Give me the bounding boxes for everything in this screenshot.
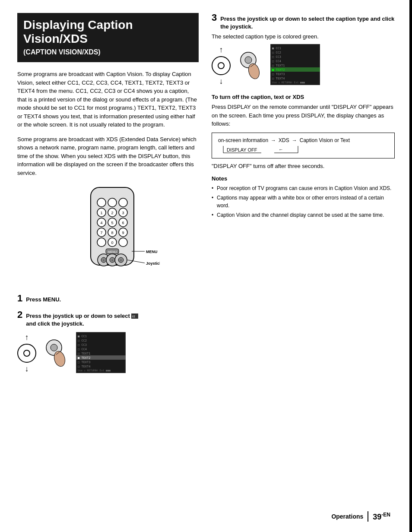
step2-hand bbox=[43, 338, 69, 368]
svg-text:□ TEXT1: □ TEXT1 bbox=[78, 352, 91, 355]
footer-divider bbox=[368, 511, 368, 522]
svg-text:□ TEXT1: □ TEXT1 bbox=[272, 64, 285, 67]
svg-text:←: ← bbox=[279, 147, 283, 152]
svg-text:Use ↕ RETURN© Ext ■■■: Use ↕ RETURN© Ext ■■■ bbox=[78, 369, 111, 372]
footer-operations-label: Operations bbox=[331, 513, 363, 520]
flow-line-2: DISPLAY OFF ← bbox=[218, 145, 388, 154]
step-1: 1 Press MENU. bbox=[17, 294, 199, 304]
svg-text:CC: CC bbox=[132, 315, 136, 318]
step-2: 2 Press the joystick up or down to selec… bbox=[17, 310, 199, 375]
step3-hand bbox=[238, 51, 263, 81]
svg-text:7: 7 bbox=[100, 231, 102, 235]
svg-text:6: 6 bbox=[122, 221, 124, 225]
page-container: Displaying Caption Vision/XDS (CAPTION V… bbox=[0, 0, 412, 532]
note-item-1: Poor reception of TV programs can cause … bbox=[212, 184, 395, 192]
step-1-number: 1 bbox=[17, 294, 22, 303]
hand-svg-2 bbox=[238, 51, 263, 81]
menu-screen-svg-2: ■ CC1 □ CC2 □ CC3 □ CC4 □ TEXT1 ■ TEXT2 … bbox=[270, 44, 320, 85]
svg-point-1 bbox=[97, 198, 106, 207]
svg-text:□ TEXT4: □ TEXT4 bbox=[272, 77, 285, 80]
notes-list: Poor reception of TV programs can cause … bbox=[212, 184, 395, 219]
turn-off-section: To turn off the caption, text or XDS Pre… bbox=[212, 94, 395, 219]
hand-svg-1 bbox=[43, 338, 69, 368]
svg-text:□ CC3: □ CC3 bbox=[78, 343, 87, 347]
svg-point-22 bbox=[97, 238, 106, 247]
svg-text:Use ↕ RETURN© Ext ■■■: Use ↕ RETURN© Ext ■■■ bbox=[272, 81, 305, 84]
joystick-circle-2 bbox=[212, 56, 231, 75]
up-arrow-icon: ↑ bbox=[25, 333, 29, 342]
right-column: 3 Press the joystick up or down to selec… bbox=[212, 13, 395, 381]
remote-diagram: 1 2 3 4 5 6 7 8 bbox=[26, 183, 199, 287]
svg-point-59 bbox=[245, 57, 252, 63]
svg-text:□ TEXT4: □ TEXT4 bbox=[78, 365, 91, 368]
svg-text:Joystick: Joystick bbox=[146, 261, 160, 266]
svg-text:0: 0 bbox=[111, 241, 113, 245]
page-footer: Operations 39-EN bbox=[331, 511, 390, 522]
down-arrow-2-icon: ↓ bbox=[219, 77, 223, 86]
step3-images: ↑ ↓ bbox=[212, 44, 395, 87]
joystick-inner-2 bbox=[218, 62, 225, 69]
svg-text:2: 2 bbox=[111, 211, 113, 215]
svg-text:8: 8 bbox=[111, 231, 113, 235]
flow-bracket-svg: DISPLAY OFF ← bbox=[222, 145, 300, 154]
svg-text:MENU: MENU bbox=[146, 250, 158, 254]
step-3-note: The selected caption type is colored gre… bbox=[212, 33, 395, 40]
svg-text:+: + bbox=[103, 258, 105, 262]
remote-svg: 1 2 3 4 5 6 7 8 bbox=[65, 183, 160, 287]
turn-off-para: Press DISPLAY on the remote commander un… bbox=[212, 103, 395, 128]
page-subtitle: (CAPTION VISION/XDS) bbox=[23, 48, 193, 56]
svg-text:1: 1 bbox=[100, 211, 102, 215]
notes-section: Notes Poor reception of TV programs can … bbox=[212, 175, 395, 219]
svg-text:□ TEXT3: □ TEXT3 bbox=[78, 361, 91, 364]
arrow-right-1-icon: → bbox=[271, 137, 276, 143]
turn-off-title: To turn off the caption, text or XDS bbox=[212, 94, 395, 100]
step-3: 3 Press the joystick up or down to selec… bbox=[212, 13, 395, 87]
notes-title: Notes bbox=[212, 175, 395, 182]
joystick-circle-1 bbox=[17, 344, 36, 363]
svg-text:■ TEXT2: ■ TEXT2 bbox=[78, 356, 91, 360]
step2-arrows: ↑ ↓ bbox=[17, 333, 36, 374]
svg-text:□ CC4: □ CC4 bbox=[272, 60, 281, 63]
svg-text:+: + bbox=[111, 258, 114, 262]
svg-text:■ CC1: ■ CC1 bbox=[272, 47, 281, 50]
menu-screen-svg-1: ■ CC1 □ CC2 □ CC3 □ CC4 □ TEXT1 ■ TEXT2 … bbox=[76, 332, 126, 373]
svg-text:□ CC3: □ CC3 bbox=[272, 55, 281, 59]
svg-text:□ TEXT3: □ TEXT3 bbox=[272, 73, 285, 76]
svg-text:□ CC2: □ CC2 bbox=[272, 51, 281, 54]
step3-arrows: ↑ ↓ bbox=[212, 45, 231, 86]
step-1-text: Press MENU. bbox=[26, 296, 61, 304]
footer-page-number: 39-EN bbox=[373, 512, 390, 522]
up-arrow-2-icon: ↑ bbox=[219, 45, 223, 54]
svg-text:9: 9 bbox=[122, 231, 124, 235]
main-content: Displaying Caption Vision/XDS (CAPTION V… bbox=[17, 13, 395, 381]
svg-text:□ CC2: □ CC2 bbox=[78, 339, 87, 342]
svg-text:■ CC1: ■ CC1 bbox=[78, 335, 87, 338]
left-column: Displaying Caption Vision/XDS (CAPTION V… bbox=[17, 13, 199, 381]
svg-text:DISPLAY OFF: DISPLAY OFF bbox=[227, 147, 257, 152]
header-box: Displaying Caption Vision/XDS (CAPTION V… bbox=[17, 13, 199, 62]
arrow-right-2-icon: → bbox=[292, 137, 297, 143]
step3-menu-screen: ■ CC1 □ CC2 □ CC3 □ CC4 □ TEXT1 ■ TEXT2 … bbox=[270, 44, 320, 87]
svg-point-2 bbox=[108, 198, 117, 207]
svg-text:5: 5 bbox=[111, 221, 113, 225]
svg-point-44 bbox=[51, 344, 57, 351]
svg-text:■ TEXT2: ■ TEXT2 bbox=[272, 68, 285, 72]
caption-icon: CC bbox=[131, 314, 138, 319]
down-arrow-icon: ↓ bbox=[25, 364, 29, 374]
step-3-number: 3 bbox=[212, 13, 217, 22]
svg-point-25 bbox=[119, 238, 127, 247]
step-2-text: Press the joystick up or down to select … bbox=[26, 313, 138, 327]
intro-para-1: Some programs are broadcast with Caption… bbox=[17, 70, 199, 129]
note-item-2: Captions may appear with a white box or … bbox=[212, 194, 395, 209]
step2-images: ↑ ↓ bbox=[17, 332, 199, 375]
svg-text:3: 3 bbox=[122, 211, 124, 215]
page-title: Displaying Caption Vision/XDS bbox=[23, 18, 193, 46]
svg-text:4: 4 bbox=[100, 221, 102, 225]
intro-para-2: Some programs are broadcast with XDS (Ex… bbox=[17, 135, 199, 177]
joystick-inner-1 bbox=[23, 350, 30, 357]
flow-line-1: on-screen information → XDS → Caption Vi… bbox=[218, 137, 388, 143]
svg-text:+: + bbox=[120, 258, 122, 262]
step-2-number: 2 bbox=[17, 310, 22, 320]
svg-text:□ CC4: □ CC4 bbox=[78, 348, 87, 351]
svg-point-3 bbox=[119, 198, 127, 207]
